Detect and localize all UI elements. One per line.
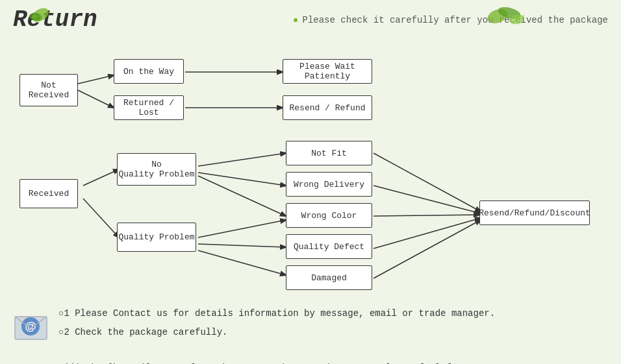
point2: ○2 Check the package carefully. [58, 324, 495, 341]
svg-line-17 [374, 215, 479, 216]
svg-line-15 [374, 153, 481, 212]
point1: ○1 Please Contact us for details informa… [58, 306, 495, 322]
svg-line-14 [198, 250, 286, 275]
svg-line-10 [198, 173, 286, 186]
svg-line-4 [78, 90, 114, 108]
leaf-decoration-left [29, 5, 52, 28]
box-received: Received [19, 179, 78, 208]
svg-line-16 [374, 186, 481, 213]
box-wrong-delivery: Wrong Delivery [286, 172, 372, 197]
box-not-fit: Not Fit [286, 141, 372, 165]
page: Return Please check it carefully after y… [0, 0, 621, 364]
box-no-quality: No Quality Problem [117, 153, 196, 186]
box-returned-lost: Returned / Lost [114, 95, 184, 120]
box-damaged: Damaged [286, 265, 372, 290]
bottom-section: @ ○1 Please Contact us for details infor… [13, 306, 608, 364]
email-icon: @ [13, 309, 49, 345]
header-note: Please check it carefully after you rece… [303, 15, 608, 25]
svg-line-3 [78, 75, 114, 84]
bottom-text: ○1 Please Contact us for details informa… [58, 306, 495, 364]
svg-text:@: @ [25, 320, 36, 333]
box-quality-problem: Quality Problem [117, 223, 196, 252]
box-resend-refund-discount: Resend/Refund/Discount [479, 200, 590, 225]
svg-line-11 [198, 176, 286, 216]
page-title: Return [13, 6, 97, 33]
svg-point-2 [294, 18, 298, 22]
box-wrong-color: Wrong Color [286, 203, 372, 228]
svg-line-19 [374, 220, 481, 278]
leaf-decoration-right [485, 3, 524, 32]
svg-line-18 [374, 218, 481, 249]
box-on-the-way: On the Way [114, 59, 184, 84]
box-resend-refund-top: Resend / Refund [283, 95, 372, 120]
dot-decoration [292, 17, 299, 23]
svg-line-13 [198, 244, 286, 247]
svg-line-7 [83, 169, 119, 186]
title-text: Return [13, 6, 97, 33]
box-not-received: Not Received [19, 74, 78, 106]
flowchart-area: Not Received On the Way Returned / Lost … [13, 40, 608, 299]
box-quality-defect: Quality Defect [286, 234, 372, 259]
svg-line-9 [198, 153, 286, 166]
svg-line-8 [83, 199, 119, 237]
contact: Jijinghua@hotmail.com. If you have any o… [58, 360, 495, 364]
box-please-wait: Please Wait Patiently [283, 59, 372, 84]
svg-line-12 [198, 220, 286, 237]
